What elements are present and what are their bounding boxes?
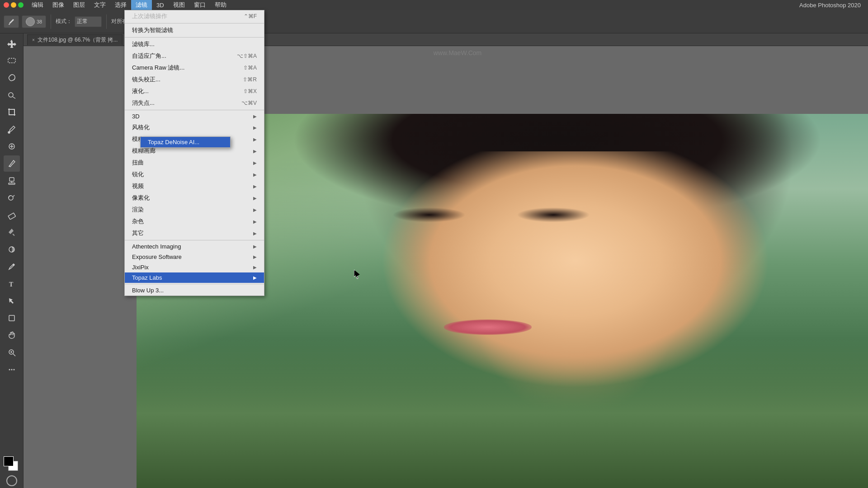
filter-jixipix[interactable]: JixiPix ▶: [125, 262, 264, 272]
face-skin: [356, 151, 795, 394]
brush-preset-btn[interactable]: 38: [22, 15, 46, 28]
minimize-button[interactable]: [11, 2, 16, 8]
left-panel: T: [0, 33, 24, 488]
quick-select-tool[interactable]: [4, 87, 20, 103]
menu-window[interactable]: 窗口: [189, 0, 210, 10]
filter-pixelate[interactable]: 像素化 ▶: [125, 192, 264, 204]
filter-sharpen[interactable]: 锐化 ▶: [125, 169, 264, 180]
svg-rect-5: [8, 58, 15, 63]
filter-stylize[interactable]: 风格化 ▶: [125, 122, 264, 133]
move-tool[interactable]: [4, 35, 20, 52]
fill-tool[interactable]: [4, 224, 20, 240]
menu-select[interactable]: 选择: [110, 0, 131, 10]
svg-point-26: [11, 369, 12, 371]
svg-rect-16: [8, 213, 15, 220]
filter-dropdown-menu: 上次滤镜操作 ⌃⌘F 转换为智能滤镜 滤镜库... 自适应广角... ⌥⇧⌘A …: [124, 10, 264, 296]
document-tab[interactable]: × 文件108.jpg @ 66.7%（背景 拷...: [27, 34, 123, 45]
foreground-color-swatch[interactable]: [4, 456, 14, 466]
filter-lens-correction[interactable]: 镜头校正... ⇧⌘R: [125, 74, 264, 85]
svg-rect-12: [9, 178, 14, 181]
filter-exposure[interactable]: Exposure Software ▶: [125, 252, 264, 262]
sep3: [125, 110, 264, 110]
close-button[interactable]: [4, 2, 9, 8]
app-title: Adobe Photoshop 2020: [799, 2, 868, 9]
sep5: [125, 284, 264, 284]
pen-tool[interactable]: [4, 258, 20, 275]
dodge-tool[interactable]: [4, 241, 20, 258]
topaz-denoise-item[interactable]: Topaz DeNoise AI...: [141, 137, 230, 147]
shape-tool[interactable]: [4, 310, 20, 326]
menu-layer[interactable]: 图层: [69, 0, 90, 10]
zoom-tool[interactable]: [4, 344, 20, 361]
sep2: [125, 37, 264, 38]
filter-blow-up[interactable]: Blow Up 3...: [125, 285, 264, 296]
text-tool[interactable]: T: [4, 276, 20, 292]
menu-image[interactable]: 图像: [48, 0, 69, 10]
filter-distort[interactable]: 扭曲 ▶: [125, 157, 264, 169]
brush-tool-btn[interactable]: [4, 15, 19, 28]
traffic-lights: [0, 2, 27, 8]
crop-tool[interactable]: [4, 104, 20, 120]
filter-vanishing-point[interactable]: 消失点... ⌥⌘V: [125, 97, 264, 109]
svg-point-27: [13, 369, 14, 371]
menu-edit[interactable]: 编辑: [27, 0, 48, 10]
menu-3d[interactable]: 3D: [152, 0, 169, 10]
maximize-button[interactable]: [18, 2, 24, 8]
menu-filter[interactable]: 滤镜: [131, 0, 152, 10]
color-swatches-container: [4, 456, 20, 473]
filter-athentech[interactable]: Athentech Imaging ▶: [125, 241, 264, 252]
mode-input[interactable]: [75, 16, 102, 27]
filter-render[interactable]: 渲染 ▶: [125, 204, 264, 216]
svg-point-18: [13, 264, 14, 266]
filter-camera-raw[interactable]: Camera Raw 滤镜... ⇧⌘A: [125, 62, 264, 74]
lips: [444, 319, 532, 334]
lasso-tool[interactable]: [4, 70, 20, 86]
svg-line-22: [13, 354, 15, 356]
filter-smart-filter[interactable]: 转换为智能滤镜: [125, 24, 264, 36]
marquee-tool[interactable]: [4, 52, 20, 69]
filter-adaptive-wide[interactable]: 自适应广角... ⌥⇧⌘A: [125, 50, 264, 62]
svg-point-8: [8, 131, 10, 133]
eye-left: [392, 207, 466, 222]
filter-last-shortcut: ⌃⌘F: [244, 13, 257, 19]
eyedropper-tool[interactable]: [4, 121, 20, 137]
tab-filename: 文件108.jpg @ 66.7%（背景 拷...: [38, 36, 118, 44]
menu-view[interactable]: 视图: [169, 0, 189, 10]
more-tools[interactable]: [4, 361, 20, 378]
sep1: [125, 23, 264, 23]
filter-video[interactable]: 视频 ▶: [125, 180, 264, 192]
brush-tool[interactable]: [4, 155, 20, 172]
svg-point-6: [9, 93, 13, 97]
eye-right: [517, 207, 590, 222]
menu-text[interactable]: 文字: [90, 0, 110, 10]
stamp-tool[interactable]: [4, 173, 20, 189]
menu-help[interactable]: 帮助: [210, 0, 231, 10]
filter-topaz-labs[interactable]: Topaz Labs ▶: [125, 272, 264, 283]
path-select-tool[interactable]: [4, 293, 20, 309]
svg-text:T: T: [9, 281, 14, 288]
svg-point-25: [9, 369, 10, 371]
svg-rect-20: [9, 315, 14, 321]
filter-last-operation-label: 上次滤镜操作: [132, 12, 167, 20]
filter-3d[interactable]: 3D ▶: [125, 111, 264, 122]
eraser-tool[interactable]: [4, 207, 20, 223]
svg-rect-13: [9, 183, 15, 184]
history-brush-tool[interactable]: [4, 190, 20, 206]
topaz-labs-submenu: Topaz DeNoise AI...: [140, 136, 231, 148]
quick-mask-btn[interactable]: [6, 475, 17, 486]
hand-tool[interactable]: [4, 327, 20, 343]
svg-line-7: [13, 97, 15, 99]
sep1: [51, 14, 51, 29]
heal-tool[interactable]: [4, 138, 20, 155]
filter-library[interactable]: 滤镜库...: [125, 38, 264, 50]
filter-other[interactable]: 其它 ▶: [125, 227, 264, 239]
filter-liquify[interactable]: 液化... ⇧⌘X: [125, 85, 264, 97]
mode-label: 模式：: [56, 18, 72, 25]
tab-close-btn[interactable]: ×: [32, 38, 35, 42]
menu-bar: 编辑 图像 图层 文字 选择 滤镜 3D 视图 窗口 帮助 Adobe Phot…: [0, 0, 868, 10]
filter-noise[interactable]: 杂色 ▶: [125, 216, 264, 227]
sep2: [106, 14, 107, 29]
filter-last-operation: 上次滤镜操作 ⌃⌘F: [125, 10, 264, 22]
sep4: [125, 240, 264, 240]
